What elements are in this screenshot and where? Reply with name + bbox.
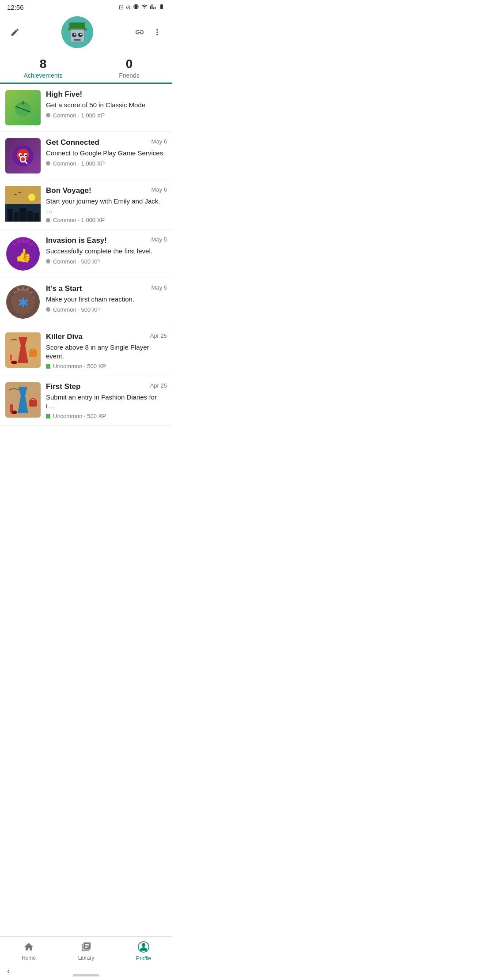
svg-text:✱: ✱ [18,295,29,310]
rarity-text: Common · 500 XP [53,306,100,313]
achievement-image [5,186,41,222]
svg-rect-1 [69,23,85,29]
achievement-image: 👍 [5,236,41,271]
svg-rect-39 [29,350,37,357]
svg-point-18 [25,155,27,156]
achievement-desc: Start your journey with Emily and Jack. … [46,197,167,214]
achievement-date: Apr 25 [150,332,167,339]
svg-rect-24 [8,209,13,222]
achievement-date: May 5 [151,236,167,243]
achievement-date: Apr 25 [150,382,167,389]
achievement-desc: Make your first chain reaction. [46,295,167,304]
achievement-meta: Uncommon · 500 XP [46,413,167,419]
achievement-title: Bon Voyage! [46,186,148,195]
achievement-info: Invasion is Easy! May 5 Successfully com… [46,236,167,265]
achievement-info: High Five! Get a score of 50 in Classic … [46,90,167,119]
list-item: High Five! Get a score of 50 in Classic … [0,84,172,132]
rarity-square [46,364,50,369]
wifi-icon [141,4,148,11]
rarity-dot [46,307,50,312]
rarity-dot [46,218,50,222]
friends-label: Friends [119,72,140,79]
edit-button[interactable] [7,24,23,40]
svg-rect-8 [74,39,81,41]
achievement-info: Get Connected May 6 Connect to Google Pl… [46,138,167,167]
achievement-date: May 6 [151,138,167,145]
achievement-info: Killer Diva Apr 25 Score above 8 in any … [46,332,167,369]
rarity-text: Uncommon · 500 XP [53,363,106,369]
achievement-image [5,332,41,368]
signal-icon [150,4,156,11]
achievement-meta: Uncommon · 500 XP [46,363,167,369]
svg-rect-44 [10,404,13,412]
achievement-title: Get Connected [46,138,148,147]
svg-rect-10 [22,101,24,105]
svg-rect-40 [10,354,12,361]
list-item: First Step Apr 25 Submit an entry in Fas… [0,376,172,426]
list-item: ✱ It's a Start May 5 Make your first cha… [0,278,172,326]
status-bar: 12:56 ⊡ ⊘ [0,0,172,13]
svg-rect-43 [29,400,37,407]
rarity-dot [46,113,50,117]
rarity-square [46,414,50,418]
list-item: Get Connected May 6 Connect to Google Pl… [0,132,172,180]
achievement-title: Killer Diva [46,332,147,341]
achievements-label: Achievements [24,72,63,79]
achievement-title: Invasion is Easy! [46,236,148,245]
achievement-info: It's a Start May 5 Make your first chain… [46,284,167,313]
svg-text:👍: 👍 [15,248,32,264]
dnd-icon: ⊘ [126,4,131,11]
achievement-meta: Common · 500 XP [46,258,167,265]
link-button[interactable] [132,24,148,40]
achievement-image [5,90,41,125]
avatar-image [61,16,93,48]
stats-tabs: 8 Achievements 0 Friends [0,52,172,84]
rarity-text: Common · 1,000 XP [53,160,105,167]
friends-tab[interactable]: 0 Friends [86,57,172,83]
achievement-date: May 6 [151,186,167,193]
achievement-title: First Step [46,382,147,391]
status-icons: ⊡ ⊘ [119,4,165,11]
rarity-text: Uncommon · 500 XP [53,413,106,419]
achievement-meta: Common · 1,000 XP [46,217,167,223]
status-time: 12:56 [7,4,24,11]
achievement-date: May 5 [151,284,167,291]
achievement-meta: Common · 500 XP [46,306,167,313]
list-item: Killer Diva Apr 25 Score above 8 in any … [0,326,172,376]
toolbar [0,13,172,52]
achievement-desc: Get a score of 50 in Classic Mode [46,101,167,109]
achievement-title: It's a Start [46,284,148,293]
vibrate-icon [133,4,139,11]
achievement-image: ✱ [5,284,41,320]
achievement-image [5,382,41,418]
rarity-text: Common · 500 XP [53,258,100,265]
screenshot-icon: ⊡ [119,4,124,11]
svg-point-7 [80,34,82,35]
achievement-desc: Connect to Google Play Game Services. [46,149,167,158]
svg-point-6 [74,34,76,35]
rarity-text: Common · 1,000 XP [53,112,105,119]
svg-point-38 [11,361,17,364]
rarity-dot [46,259,50,264]
achievement-title: High Five! [46,90,163,99]
svg-rect-27 [27,211,33,222]
battery-icon [158,4,165,11]
svg-rect-25 [14,212,19,222]
svg-rect-28 [34,213,39,222]
rarity-dot [46,161,50,166]
more-button[interactable] [149,24,165,40]
list-item: 👍 Invasion is Easy! May 5 Successfully c… [0,230,172,278]
achievement-info: Bon Voyage! May 6 Start your journey wit… [46,186,167,223]
achievements-list: High Five! Get a score of 50 in Classic … [0,84,172,470]
achievement-image [5,138,41,173]
avatar [61,16,93,48]
achievements-count: 8 [40,57,47,71]
svg-point-23 [28,194,35,201]
friends-count: 0 [126,57,133,71]
achievement-desc: Score above 8 in any Single Player event… [46,343,167,360]
svg-point-17 [20,155,22,156]
svg-rect-26 [19,208,26,222]
achievements-tab[interactable]: 8 Achievements [0,57,86,84]
achievement-meta: Common · 1,000 XP [46,112,167,119]
list-item: Bon Voyage! May 6 Start your journey wit… [0,180,172,230]
